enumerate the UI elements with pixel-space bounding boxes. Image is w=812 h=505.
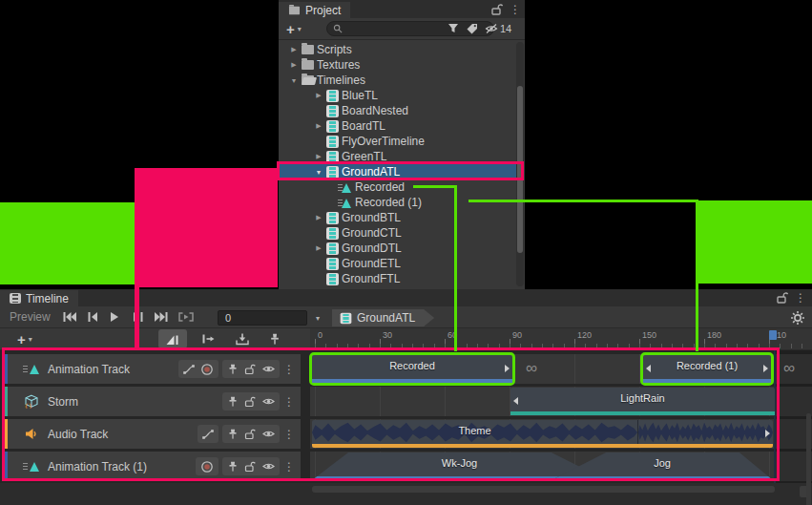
folder-icon: [302, 60, 314, 70]
track-header-animation-track[interactable]: Animation Track ⋮: [4, 354, 301, 384]
tree-item-label: GreenTL: [342, 150, 386, 163]
tree-item-boardnested[interactable]: BoardNested: [279, 103, 516, 118]
folder-icon: [302, 45, 314, 54]
tree-item-label: BoardTL: [342, 119, 385, 133]
play-button[interactable]: [104, 308, 127, 326]
timeline-ruler[interactable]: 0 30 60 90 120 150 180 210: [310, 328, 812, 350]
window-menu-icon[interactable]: ⋮: [795, 292, 806, 304]
timeline-end-marker[interactable]: [769, 330, 777, 340]
go-to-end-button[interactable]: [150, 308, 173, 326]
track-header-animation-track-1[interactable]: Animation Track (1) ⋮: [4, 452, 301, 481]
go-to-start-button[interactable]: [58, 308, 81, 326]
lock-icon[interactable]: [244, 396, 257, 408]
timeline-asset-icon: [326, 212, 339, 224]
tree-item-groundetl[interactable]: GroundETL: [279, 256, 516, 271]
tree-item-bluetl[interactable]: ▶BlueTL: [279, 88, 516, 103]
scrollbar-thumb[interactable]: [517, 86, 523, 253]
replace-mode-button[interactable]: [228, 329, 257, 348]
tree-item-label: FlyOverTimeline: [342, 135, 425, 148]
tree-item-label: BoardNested: [342, 104, 408, 117]
clip-recorded-1[interactable]: Recorded (1): [643, 355, 771, 383]
breadcrumb[interactable]: GroundATL: [332, 309, 434, 326]
tree-item-groundatl[interactable]: ▼GroundATL: [279, 164, 516, 179]
track-toggles-group: [222, 425, 280, 443]
track-color-stripe: [4, 452, 8, 481]
timeline-select-caret-icon[interactable]: ▾: [316, 314, 320, 323]
expand-arrow-icon[interactable]: ▶: [314, 92, 323, 99]
tree-item-label: Textures: [317, 58, 360, 72]
add-track-caret-icon[interactable]: ▾: [29, 335, 32, 344]
eye-icon[interactable]: [262, 364, 275, 374]
clip-right-edge-icon[interactable]: [765, 430, 770, 437]
settings-gear-icon[interactable]: [790, 310, 805, 326]
tree-item-label: BlueTL: [342, 89, 378, 102]
track-header-audio-track[interactable]: Audio Track ⋮: [4, 419, 301, 449]
tree-item-groundbtl[interactable]: ▶GroundBTL: [279, 210, 516, 225]
audio-track-speaker-icon: [23, 428, 40, 440]
eye-icon[interactable]: [262, 429, 275, 439]
eye-icon[interactable]: [262, 461, 275, 472]
track-menu-icon[interactable]: ⋮: [283, 396, 295, 408]
lock-icon[interactable]: [244, 461, 257, 473]
clip-left-edge-icon[interactable]: [646, 365, 651, 372]
timeline-toolbar: + ▾: [0, 328, 310, 350]
collapse-arrow-icon[interactable]: ▼: [289, 77, 299, 84]
screenshot-stage: Project ⋮ + ▾: [0, 0, 812, 505]
frame-field[interactable]: [218, 310, 307, 326]
pin-icon[interactable]: [227, 396, 239, 408]
mix-mode-button[interactable]: [158, 329, 187, 348]
pin-icon[interactable]: [227, 364, 239, 375]
collapse-arrow-icon[interactable]: ▼: [314, 169, 323, 176]
expand-arrow-icon[interactable]: ▶: [289, 46, 299, 53]
project-scrollbar[interactable]: [516, 42, 524, 286]
track-menu-icon[interactable]: ⋮: [283, 461, 295, 473]
frame-input[interactable]: [223, 311, 302, 325]
curves-icon[interactable]: [183, 364, 195, 375]
expand-arrow-icon[interactable]: ▶: [289, 61, 299, 69]
record-button[interactable]: [200, 363, 214, 376]
lock-icon[interactable]: [244, 429, 257, 440]
eye-icon[interactable]: [262, 396, 275, 407]
expand-arrow-icon[interactable]: ▶: [314, 122, 323, 130]
track-menu-icon[interactable]: ⋮: [283, 429, 295, 440]
clip-left-edge-icon[interactable]: [513, 397, 518, 405]
clip-right-edge-icon[interactable]: [505, 365, 510, 372]
track-header-storm[interactable]: {} Storm ⋮: [4, 387, 301, 416]
timeline-asset-icon: [326, 105, 339, 117]
tree-item-scripts[interactable]: ▶Scripts: [279, 42, 516, 57]
tree-item-textures[interactable]: ▶Textures: [279, 57, 516, 73]
ripple-mode-button[interactable]: [194, 329, 222, 348]
tree-item-recorded[interactable]: Recorded: [279, 179, 516, 195]
expand-arrow-icon[interactable]: ▶: [314, 244, 323, 252]
tree-item-greentl[interactable]: ▶GreenTL: [279, 149, 516, 164]
clip-recorded[interactable]: Recorded: [312, 355, 512, 383]
tree-item-boardtl[interactable]: ▶BoardTL: [279, 118, 516, 134]
tree-item-groundctl[interactable]: GroundCTL: [279, 225, 516, 241]
curves-icon[interactable]: [202, 429, 214, 440]
lock-icon[interactable]: [244, 364, 257, 375]
timeline-vertical-scrollbar[interactable]: [806, 413, 811, 505]
tree-item-grounddtl[interactable]: ▶GroundDTL: [279, 241, 516, 256]
record-button[interactable]: [200, 460, 214, 473]
pin-icon[interactable]: [227, 461, 239, 473]
track-menu-icon[interactable]: ⋮: [283, 364, 295, 375]
tab-timeline[interactable]: Timeline: [0, 290, 78, 306]
tree-item-recorded-1[interactable]: Recorded (1): [279, 195, 516, 210]
play-range-button[interactable]: [173, 308, 199, 326]
timeline-asset-icon: [326, 258, 339, 270]
pin-icon[interactable]: [227, 429, 239, 440]
expand-arrow-icon[interactable]: ▶: [314, 153, 323, 160]
tree-item-groundftl[interactable]: GroundFTL: [279, 271, 516, 286]
clip-lightrain[interactable]: LightRain: [510, 388, 775, 415]
clip-right-edge-icon[interactable]: [763, 365, 768, 372]
add-track-button[interactable]: +: [0, 332, 26, 347]
unlock-icon[interactable]: [776, 291, 789, 305]
tree-item-flyovertimeline[interactable]: FlyOverTimeline: [279, 134, 516, 149]
expand-arrow-icon[interactable]: ▶: [314, 214, 323, 221]
timeline-horizontal-scrollbar[interactable]: [312, 486, 775, 493]
tree-item-timelines[interactable]: ▼Timelines: [279, 73, 516, 88]
previous-frame-button[interactable]: [81, 308, 104, 326]
edit-markers-pin-icon[interactable]: [263, 329, 286, 348]
clip-theme[interactable]: Theme: [312, 420, 773, 448]
preview-button[interactable]: Preview: [0, 310, 58, 324]
